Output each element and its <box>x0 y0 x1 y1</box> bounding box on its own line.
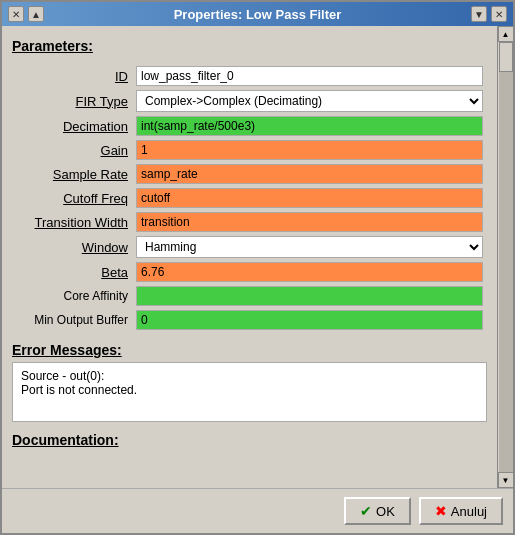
titlebar: ✕ ▲ Properties: Low Pass Filter ▼ ✕ <box>2 2 513 26</box>
id-value-cell <box>132 64 487 88</box>
scrollbar: ▲ ▼ <box>497 26 513 488</box>
beta-input[interactable] <box>136 262 483 282</box>
row-id: ID <box>12 64 487 88</box>
row-cutoff-freq: Cutoff Freq <box>12 186 487 210</box>
parameters-table: ID FIR Type Complex->Complex <box>12 64 487 332</box>
cancel-label: Anuluj <box>451 504 487 519</box>
row-fir-type: FIR Type Complex->Complex (Decimating) <box>12 88 487 114</box>
decimation-label: Decimation <box>12 114 132 138</box>
main-area: Parameters: ID <box>2 26 497 488</box>
beta-value-cell <box>132 260 487 284</box>
cutoff-freq-label: Cutoff Freq <box>12 186 132 210</box>
row-decimation: Decimation <box>12 114 487 138</box>
row-beta: Beta <box>12 260 487 284</box>
window-select[interactable]: Hamming Hanning Blackman Rectangular Kai… <box>136 236 483 258</box>
min-output-buffer-value-cell <box>132 308 487 332</box>
titlebar-right: ▼ ✕ <box>471 6 507 22</box>
scrollbar-track[interactable] <box>499 42 513 472</box>
gain-input[interactable] <box>136 140 483 160</box>
row-core-affinity: Core Affinity <box>12 284 487 308</box>
row-gain: Gain <box>12 138 487 162</box>
error-messages-title: Error Messages: <box>12 342 487 358</box>
row-sample-rate: Sample Rate <box>12 162 487 186</box>
ok-check-icon: ✔ <box>360 503 372 519</box>
transition-width-value-cell <box>132 210 487 234</box>
content-area: Parameters: ID <box>2 26 513 488</box>
transition-width-label: Transition Width <box>12 210 132 234</box>
close-button-left[interactable]: ✕ <box>8 6 24 22</box>
fir-type-label: FIR Type <box>12 88 132 114</box>
cancel-button[interactable]: ✖ Anuluj <box>419 497 503 525</box>
window-label: Window <box>12 234 132 260</box>
ok-button[interactable]: ✔ OK <box>344 497 411 525</box>
ok-label: OK <box>376 504 395 519</box>
parameters-section: Parameters: <box>12 38 487 58</box>
min-output-buffer-label: Min Output Buffer <box>12 308 132 332</box>
row-transition-width: Transition Width <box>12 210 487 234</box>
cutoff-freq-value-cell <box>132 186 487 210</box>
window-value-cell: Hamming Hanning Blackman Rectangular Kai… <box>132 234 487 260</box>
row-window: Window Hamming Hanning Blackman Rectangu… <box>12 234 487 260</box>
parameters-title: Parameters: <box>12 38 487 54</box>
cutoff-freq-input[interactable] <box>136 188 483 208</box>
row-min-output-buffer: Min Output Buffer <box>12 308 487 332</box>
sample-rate-input[interactable] <box>136 164 483 184</box>
footer: ✔ OK ✖ Anuluj <box>2 488 513 533</box>
window-title: Properties: Low Pass Filter <box>44 7 471 22</box>
core-affinity-label: Core Affinity <box>12 284 132 308</box>
up-button[interactable]: ▲ <box>28 6 44 22</box>
scroll-up-button[interactable]: ▲ <box>498 26 514 42</box>
error-line-1: Source - out(0): <box>21 369 478 383</box>
sample-rate-value-cell <box>132 162 487 186</box>
scroll-down-button[interactable]: ▼ <box>498 472 514 488</box>
collapse-button[interactable]: ▼ <box>471 6 487 22</box>
decimation-value-cell <box>132 114 487 138</box>
min-output-buffer-input[interactable] <box>136 310 483 330</box>
gain-label: Gain <box>12 138 132 162</box>
documentation-title: Documentation: <box>12 432 487 448</box>
transition-width-input[interactable] <box>136 212 483 232</box>
id-label: ID <box>12 64 132 88</box>
error-messages-section: Error Messages: Source - out(0): Port is… <box>12 342 487 422</box>
sample-rate-label: Sample Rate <box>12 162 132 186</box>
close-button-right[interactable]: ✕ <box>491 6 507 22</box>
decimation-input[interactable] <box>136 116 483 136</box>
gain-value-cell <box>132 138 487 162</box>
error-box: Source - out(0): Port is not connected. <box>12 362 487 422</box>
fir-type-select[interactable]: Complex->Complex (Decimating) <box>136 90 483 112</box>
documentation-section: Documentation: <box>12 432 487 452</box>
titlebar-left: ✕ ▲ <box>8 6 44 22</box>
scrollbar-thumb[interactable] <box>499 42 513 72</box>
cancel-x-icon: ✖ <box>435 503 447 519</box>
fir-type-value-cell: Complex->Complex (Decimating) <box>132 88 487 114</box>
core-affinity-value-cell <box>132 284 487 308</box>
core-affinity-input[interactable] <box>136 286 483 306</box>
id-input[interactable] <box>136 66 483 86</box>
beta-label: Beta <box>12 260 132 284</box>
error-line-2: Port is not connected. <box>21 383 478 397</box>
window: ✕ ▲ Properties: Low Pass Filter ▼ ✕ Para… <box>0 0 515 535</box>
